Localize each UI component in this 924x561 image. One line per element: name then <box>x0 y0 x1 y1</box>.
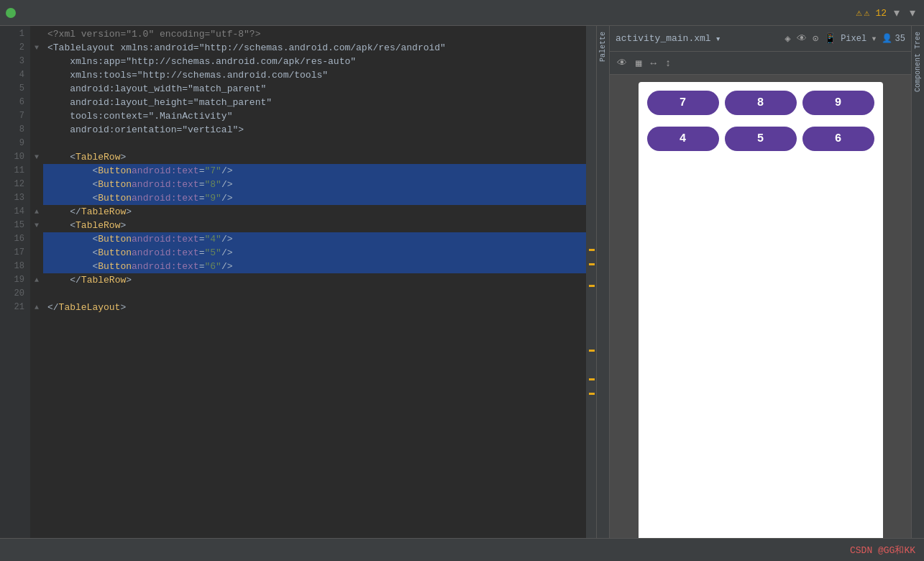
scrollbar-marker <box>589 393 595 395</box>
fold-marker-13 <box>30 191 43 205</box>
pan-up-icon[interactable]: ↕ <box>664 56 672 70</box>
line-num-1: 1 <box>0 27 24 41</box>
main-area: 123456789101112131415161718192021 ▼▼▲▼▲▲… <box>0 26 924 538</box>
preview-button[interactable]: 6 <box>802 127 874 151</box>
preview-button[interactable]: 9 <box>802 91 874 115</box>
fold-marker-1 <box>30 27 43 41</box>
fold-marker-18 <box>30 260 43 273</box>
bottom-bar: CSDN @GG和KK <box>0 538 924 561</box>
collapse-button[interactable]: ▾ <box>891 4 902 21</box>
device-icon: 📱 <box>823 31 838 46</box>
line-num-10: 10 <box>0 150 24 164</box>
fold-marker-4 <box>30 68 43 82</box>
fold-marker-3 <box>30 55 43 68</box>
code-line-5[interactable]: android:layout_width="match_parent" <box>43 82 586 96</box>
code-line-13[interactable]: <Buttonandroid:text="9"/> <box>43 191 586 205</box>
device-chevron[interactable]: ▾ <box>869 31 878 46</box>
line-num-19: 19 <box>0 273 24 287</box>
visibility-icon[interactable]: 👁 <box>795 32 808 46</box>
palette-icon[interactable]: ◈ <box>783 31 792 46</box>
code-line-11[interactable]: <Buttonandroid:text="7"/> <box>43 164 586 178</box>
top-bar-right: ⚠ ⚠ 12 ▾ ▾ <box>856 4 918 21</box>
code-line-21[interactable]: </TableLayout> <box>43 301 586 314</box>
warning-badge[interactable]: ⚠ ⚠ 12 <box>856 6 887 19</box>
preview-toolbar: activity_main.xml ▾ ◈ 👁 ⊙ 📱 Pixel ▾ 👤 35 <box>610 26 911 52</box>
fold-marker-10[interactable]: ▼ <box>30 150 43 164</box>
device-label[interactable]: Pixel <box>841 34 866 44</box>
render-mode-icon[interactable]: ⊙ <box>811 31 820 46</box>
line-num-13: 13 <box>0 191 24 205</box>
component-tree-bar[interactable]: Component Tree <box>911 26 924 538</box>
top-bar-left <box>6 8 856 18</box>
code-line-8[interactable]: android:orientation="vertical"> <box>43 123 586 137</box>
line-num-15: 15 <box>0 219 24 232</box>
grid-icon[interactable]: ▦ <box>634 55 643 70</box>
code-line-9[interactable] <box>43 137 586 150</box>
fold-marker-8 <box>30 123 43 137</box>
api-level[interactable]: 35 <box>895 34 905 44</box>
code-line-19[interactable]: </TableRow> <box>43 273 586 287</box>
preview-filename: activity_main.xml <box>616 33 711 44</box>
csdn-watermark: CSDN @GG和KK <box>850 544 915 557</box>
preview-button[interactable]: 5 <box>725 127 797 151</box>
code-editor[interactable]: <?xml version="1.0" encoding="utf-8"?><T… <box>43 26 586 538</box>
line-num-8: 8 <box>0 123 24 137</box>
code-line-6[interactable]: android:layout_height="match_parent" <box>43 96 586 109</box>
fold-marker-12 <box>30 178 43 191</box>
code-line-1[interactable]: <?xml version="1.0" encoding="utf-8"?> <box>43 27 586 41</box>
preview-button[interactable]: 8 <box>725 91 797 115</box>
component-tree-label[interactable]: Component Tree <box>914 32 922 92</box>
preview-button[interactable]: 7 <box>647 91 719 115</box>
preview-canvas: 789 456 <box>610 75 911 538</box>
code-line-18[interactable]: <Buttonandroid:text="6"/> <box>43 260 586 273</box>
fold-marker-20 <box>30 287 43 301</box>
api-icon: 👤 <box>882 33 892 44</box>
warning-icon: ⚠ <box>856 6 861 19</box>
line-num-5: 5 <box>0 82 24 96</box>
preview-toolbar-icons: ◈ 👁 ⊙ 📱 Pixel ▾ 👤 35 <box>783 31 905 46</box>
fold-marker-9 <box>30 137 43 150</box>
scrollbar-marker <box>589 285 595 287</box>
code-line-15[interactable]: <TableRow> <box>43 219 586 232</box>
code-line-17[interactable]: <Buttonandroid:text="5"/> <box>43 246 586 260</box>
fold-marker-2[interactable]: ▼ <box>30 41 43 55</box>
fold-marker-14[interactable]: ▲ <box>30 205 43 219</box>
fold-marker-16 <box>30 232 43 246</box>
fold-marker-19[interactable]: ▲ <box>30 273 43 287</box>
line-num-7: 7 <box>0 109 24 123</box>
fold-marker-11 <box>30 164 43 178</box>
line-num-18: 18 <box>0 260 24 273</box>
line-num-16: 16 <box>0 232 24 246</box>
line-num-12: 12 <box>0 178 24 191</box>
line-num-2: 2 <box>0 41 24 55</box>
code-line-14[interactable]: </TableRow> <box>43 205 586 219</box>
code-line-4[interactable]: xmlns:tools="http://schemas.android.com/… <box>43 68 586 82</box>
preview-button[interactable]: 4 <box>647 127 719 151</box>
code-line-3[interactable]: xmlns:app="http://schemas.android.com/ap… <box>43 55 586 68</box>
build-status-indicator <box>6 8 16 18</box>
line-num-6: 6 <box>0 96 24 109</box>
line-num-14: 14 <box>0 205 24 219</box>
fold-marker-15[interactable]: ▼ <box>30 219 43 232</box>
code-line-2[interactable]: <TableLayout xmlns:android="http://schem… <box>43 41 586 55</box>
fold-gutter: ▼▼▲▼▲▲ <box>30 26 43 538</box>
line-num-17: 17 <box>0 246 24 260</box>
scrollbar[interactable] <box>586 26 596 538</box>
scrollbar-marker <box>589 350 595 352</box>
code-line-10[interactable]: <TableRow> <box>43 150 586 164</box>
line-num-11: 11 <box>0 164 24 178</box>
code-line-7[interactable]: tools:context=".MainActivity" <box>43 109 586 123</box>
top-toolbar: ⚠ ⚠ 12 ▾ ▾ <box>0 0 924 26</box>
pan-left-icon[interactable]: ↔ <box>649 56 657 70</box>
eye-icon[interactable]: 👁 <box>616 56 628 70</box>
fold-marker-21[interactable]: ▲ <box>30 301 43 314</box>
preview-chevron[interactable]: ▾ <box>715 33 721 45</box>
scrollbar-marker <box>589 378 595 380</box>
code-line-16[interactable]: <Buttonandroid:text="4"/> <box>43 232 586 246</box>
code-line-20[interactable] <box>43 287 586 301</box>
palette-label[interactable]: Palette <box>599 32 607 62</box>
expand-button[interactable]: ▾ <box>907 4 918 21</box>
palette-bar[interactable]: Palette <box>596 26 609 538</box>
code-line-12[interactable]: <Buttonandroid:text="8"/> <box>43 178 586 191</box>
preview-panel: activity_main.xml ▾ ◈ 👁 ⊙ 📱 Pixel ▾ 👤 35… <box>609 26 911 538</box>
